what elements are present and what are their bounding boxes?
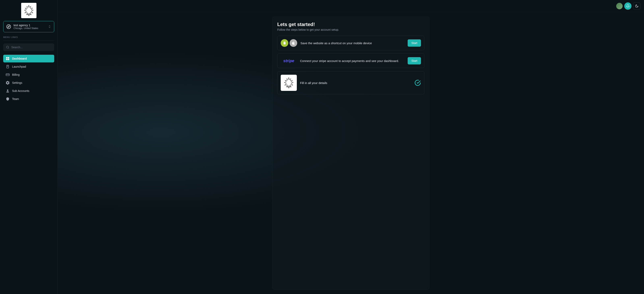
start-button[interactable]: Start (408, 57, 421, 64)
user-avatar[interactable] (616, 3, 623, 9)
menu-section-label: MENU LINKS (3, 36, 54, 38)
agency-info: test agency 1 Chicago, United States (14, 24, 46, 30)
topbar (58, 0, 644, 12)
bell-icon (626, 4, 630, 8)
svg-marker-2 (8, 26, 10, 28)
step-text: Connect your stripe account to accept pa… (300, 59, 404, 63)
svg-text:LOREMIPSUM: LOREMIPSUM (26, 14, 32, 15)
brand-logo-small: LOREMIPSUM (281, 75, 297, 91)
onboarding-title: Lets get started! (277, 22, 424, 27)
menu-divider (3, 40, 54, 41)
sidebar: LOREMIPSUM test agency 1 Chicago, United… (0, 0, 58, 294)
onboarding-card: Lets get started! Follow the steps below… (272, 17, 430, 289)
svg-rect-7 (6, 59, 8, 60)
nav-label: Settings (12, 81, 22, 84)
svg-rect-6 (8, 57, 9, 59)
agency-location: Chicago, United States (14, 27, 46, 30)
chevron-sort-icon (48, 25, 51, 28)
onboarding-subtitle: Follow the steps below to get your accou… (277, 28, 424, 31)
nav-item-dashboard[interactable]: Dashboard (3, 55, 54, 62)
nav-label: Team (12, 97, 19, 101)
search-input[interactable] (11, 46, 52, 49)
search-icon (6, 46, 9, 49)
onboarding-step-stripe: stripe Connect your stripe account to ac… (277, 54, 424, 68)
dashboard-icon (6, 57, 10, 61)
main: Lets get started! Follow the steps below… (58, 0, 644, 294)
maple-leaf-icon: LOREMIPSUM (283, 77, 295, 89)
nav-item-team[interactable]: Team (3, 95, 54, 103)
billing-icon (6, 73, 10, 77)
theme-toggle-button[interactable] (633, 3, 640, 10)
nav-list: Dashboard Launchpad Billing Settings Sub… (3, 55, 54, 103)
android-icon (281, 39, 288, 47)
settings-icon (6, 81, 10, 85)
sub-accounts-icon (6, 89, 10, 93)
onboarding-step-details: LOREMIPSUM Fill in all your details (277, 71, 424, 94)
svg-text:LOREMIPSUM: LOREMIPSUM (286, 86, 292, 87)
svg-line-4 (8, 48, 9, 49)
nav-item-settings[interactable]: Settings (3, 79, 54, 87)
step-icons (281, 39, 297, 47)
svg-rect-8 (8, 59, 9, 60)
nav-label: Billing (12, 73, 20, 76)
notifications-button[interactable] (624, 3, 632, 10)
apple-icon (290, 39, 297, 47)
svg-point-14 (7, 89, 8, 91)
check-circle-icon (414, 80, 421, 86)
brand-logo: LOREMIPSUM (21, 3, 36, 18)
start-button[interactable]: Start (408, 39, 421, 47)
launchpad-icon (6, 65, 10, 69)
step-text: Fill in all your details (300, 81, 411, 85)
step-text: Save the website as a shortcut on your m… (300, 41, 404, 45)
svg-point-3 (6, 46, 9, 48)
team-icon (6, 97, 10, 101)
compass-icon (6, 24, 11, 29)
nav-label: Sub Accounts (12, 89, 30, 92)
svg-point-1 (7, 25, 11, 29)
agency-selector[interactable]: test agency 1 Chicago, United States (3, 21, 54, 32)
agency-name: test agency 1 (14, 24, 46, 27)
svg-rect-12 (6, 74, 10, 76)
maple-leaf-icon: LOREMIPSUM (23, 5, 35, 17)
onboarding-step-mobile-shortcut: Save the website as a shortcut on your m… (277, 36, 424, 50)
nav-item-sub-accounts[interactable]: Sub Accounts (3, 87, 54, 95)
content-area: Lets get started! Follow the steps below… (58, 12, 644, 294)
moon-icon (635, 4, 638, 8)
svg-rect-5 (6, 57, 8, 59)
stripe-icon: stripe (281, 57, 297, 65)
nav-label: Launchpad (12, 65, 26, 68)
nav-item-launchpad[interactable]: Launchpad (3, 63, 54, 70)
search-box[interactable] (3, 43, 54, 51)
nav-label: Dashboard (12, 57, 27, 60)
nav-item-billing[interactable]: Billing (3, 71, 54, 79)
